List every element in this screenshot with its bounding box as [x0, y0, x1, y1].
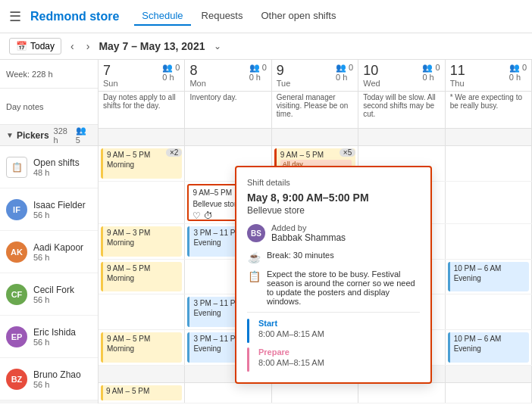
prev-arrow[interactable]: ‹	[67, 39, 77, 54]
pickers-count: 👥 5	[76, 126, 92, 145]
popup-added-label: Added by	[271, 223, 346, 232]
bruno-cell-4[interactable]: 10 PM – 6 AM Evening	[446, 330, 532, 365]
open-shifts-row: 📋 Open shifts 48 h	[0, 146, 98, 188]
popup-break: ☕ Break: 30 minutes	[247, 251, 420, 263]
bruno-shift-chip-4[interactable]: 10 PM – 6 AM Evening	[448, 332, 529, 363]
sidebar: Week: 228 h Day notes ▼ Pickers 328 h 👥 …	[0, 60, 99, 403]
open-shifts-info: Open shifts 48 h	[33, 157, 92, 177]
person-row-bruno: BZ Bruno Zhao 56 h	[0, 358, 98, 400]
bruno-shift-chip-0[interactable]: 9 AM – 5 PM Morning	[101, 332, 182, 363]
runners-partial-row: 9 AM – 5 PM	[99, 383, 532, 403]
date-range: May 7 – May 13, 2021	[99, 40, 205, 52]
person-name-aadi: Aadi Kapoor	[33, 242, 92, 253]
day-header-8: 8 Mon 👥 0 0 h	[185, 60, 271, 91]
today-button[interactable]: 📅 Today	[9, 38, 61, 55]
open-shift-badge-0: ×2	[166, 148, 182, 157]
person-hours-eric: 56 h	[33, 338, 92, 347]
popup-break-text: Break: 30 minutes	[267, 251, 420, 260]
sub-nav: 📅 Today ‹ › May 7 – May 13, 2021 ⌄	[0, 33, 532, 60]
popup-note: 📋 Expect the store to be busy. Festival …	[247, 269, 420, 306]
eric-cell-4[interactable]	[446, 294, 532, 329]
person-hours-cecil: 56 h	[33, 295, 92, 304]
prepare-bar	[247, 347, 249, 372]
break-icon: ☕	[247, 251, 261, 263]
day-headers: 7 Sun 👥 0 0 h 8 Mon 👥 0	[99, 60, 532, 92]
day-header-9: 9 Tue 👥 0 0 h	[272, 60, 358, 91]
aadi-cell-0[interactable]: 9 AM – 3 PM Morning	[99, 224, 185, 259]
person-name-eric: Eric Ishida	[33, 327, 92, 338]
person-name-isaac: Isaac Fielder	[33, 200, 92, 210]
next-arrow[interactable]: ›	[83, 39, 93, 54]
open-shifts-icon: 📋	[6, 157, 27, 178]
hamburger-icon[interactable]: ☰	[9, 8, 21, 25]
runners-chip-0[interactable]: 9 AM – 5 PM	[101, 385, 182, 400]
runners-partial-4[interactable]	[446, 383, 532, 403]
avatar-bruno: BZ	[6, 369, 27, 390]
nav-other-open-shifts[interactable]: Other open shifts	[253, 7, 343, 26]
runners-partial-3[interactable]	[358, 383, 445, 403]
pickers-group-header[interactable]: ▼ Pickers 328 h 👥 5	[0, 125, 98, 146]
runners-partial-0[interactable]: 9 AM – 5 PM	[99, 383, 185, 403]
popup-added-by: BS Added by Babbak Shammas	[247, 223, 420, 243]
person-hours-bruno: 56 h	[33, 380, 92, 389]
calendar-area: 7 Sun 👥 0 0 h 8 Mon 👥 0	[99, 60, 532, 403]
cecil-shift-chip-0[interactable]: 9 AM – 5 PM Morning	[101, 262, 182, 292]
cecil-cell-0[interactable]: 9 AM – 5 PM Morning	[99, 260, 185, 294]
pickers-chevron[interactable]: ▼	[6, 131, 14, 139]
note-1: Inventory day.	[185, 92, 271, 128]
isaac-cell-4[interactable]	[446, 182, 532, 223]
person-hours-aadi: 56 h	[33, 253, 92, 262]
aadi-cell-4[interactable]	[446, 224, 532, 259]
eric-cell-0[interactable]	[99, 294, 185, 329]
person-row-isaac: IF Isaac Fielder 56 h	[0, 188, 98, 231]
note-0: Day notes apply to all shifts for the da…	[99, 92, 185, 128]
main-grid: Week: 228 h Day notes ▼ Pickers 328 h 👥 …	[0, 60, 532, 403]
popup-divider-1	[247, 312, 420, 313]
popup-title: Shift details	[247, 178, 420, 187]
isaac-cell-0[interactable]	[99, 182, 185, 223]
person-name-bruno: Bruno Zhao	[33, 369, 92, 380]
day-header-7: 7 Sun 👥 0 0 h	[99, 60, 185, 91]
avatar-aadi: AK	[6, 241, 27, 263]
prepare-time: 8:00 AM–8:15 AM	[258, 358, 324, 367]
cecil-shift-chip-4[interactable]: 10 PM – 6 AM Evening	[448, 262, 529, 292]
open-shift-cell-0[interactable]: 9 AM – 5 PM Morning ×2	[99, 146, 185, 181]
cecil-cell-4[interactable]: 10 PM – 6 AM Evening	[446, 260, 532, 294]
bruno-cell-0[interactable]: 9 AM – 5 PM Morning	[99, 330, 185, 365]
runners-partial-2[interactable]	[272, 383, 358, 403]
avatar-isaac: IF	[6, 199, 27, 220]
note-2: General manager visiting. Please be on t…	[272, 92, 358, 128]
popup-note-text: Expect the store to be busy. Festival se…	[267, 269, 420, 306]
day-header-10: 10 Wed 👥 0 0 h	[358, 60, 445, 91]
open-shift-badge-2: ×5	[340, 148, 355, 157]
open-shift-cell-4[interactable]	[446, 146, 532, 181]
prepare-label: Prepare	[258, 347, 324, 357]
popup-section-start: Start 8:00 AM–8:15 AM	[247, 319, 420, 343]
person-row-eric: EP Eric Ishida 56 h	[0, 316, 98, 358]
aadi-shift-chip-0[interactable]: 9 AM – 3 PM Morning	[101, 226, 182, 257]
person-row-cecil: CF Cecil Fork 56 h	[0, 273, 98, 316]
popup-date: May 8, 9:00 AM–5:00 PM	[247, 192, 420, 204]
open-shifts-label: Open shifts	[33, 157, 92, 168]
nav-links: Schedule Requests Other open shifts	[134, 7, 343, 26]
nav-schedule[interactable]: Schedule	[134, 7, 190, 26]
popup-added-name: Babbak Shammas	[271, 232, 346, 243]
start-label: Start	[258, 319, 324, 328]
pickers-grid-header	[99, 129, 532, 146]
runners-partial-1[interactable]	[185, 383, 271, 403]
start-bar	[247, 319, 249, 343]
nav-requests[interactable]: Requests	[194, 7, 251, 26]
popup-section-prepare: Prepare 8:00 AM–8:15 AM	[247, 347, 420, 372]
pickers-hours: 328 h	[54, 126, 73, 145]
day-header-11: 11 Thu 👥 0 0 h	[446, 60, 532, 91]
top-nav: ☰ Redmond store Schedule Requests Other …	[0, 0, 532, 33]
popup-location: Bellevue store	[247, 205, 420, 216]
date-range-chevron[interactable]: ⌄	[214, 41, 221, 51]
note-4: * We are expecting to be really busy.	[446, 92, 532, 128]
person-hours-isaac: 56 h	[33, 210, 92, 220]
avatar-eric: EP	[6, 326, 27, 347]
calendar-icon: 📅	[16, 41, 27, 51]
runners-group-header[interactable]: ▼ Runners 106 h	[0, 400, 98, 403]
note-3: Today will be slow. All second shifts ma…	[358, 92, 445, 128]
start-time: 8:00 AM–8:15 AM	[258, 329, 324, 338]
